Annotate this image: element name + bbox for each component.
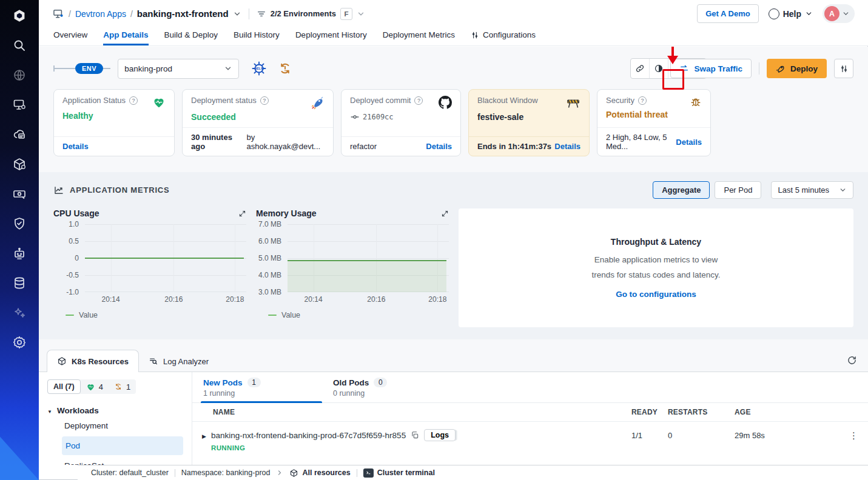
expand-icon[interactable] <box>441 210 449 218</box>
search-icon[interactable] <box>12 38 27 53</box>
copy-icon[interactable] <box>411 431 419 439</box>
legend-dash-icon <box>66 315 74 316</box>
old-pods-tab[interactable]: Old Pods 0 0 running <box>333 378 387 398</box>
tab-app-details[interactable]: App Details <box>103 27 148 45</box>
per-pod-toggle-button[interactable]: Per Pod <box>715 181 761 199</box>
chart-store-icon[interactable] <box>12 157 27 172</box>
security-card: Security Potential threat 2 High, 84 Low… <box>597 89 711 156</box>
tree-item-replicaset[interactable]: ReplicaSet <box>62 456 183 465</box>
blackout-details-link[interactable]: Details <box>554 142 580 151</box>
environment-dropdown[interactable]: banking-prod <box>118 59 239 79</box>
header-divider <box>249 8 249 19</box>
cost-visibility-icon[interactable] <box>12 187 27 201</box>
tab-deployment-metrics[interactable]: Deployment Metrics <box>383 27 455 45</box>
chevron-right-icon <box>276 469 283 476</box>
filter-healthy-pill[interactable]: 4 <box>81 380 109 394</box>
tree-item-deployment[interactable]: Deployment <box>62 416 183 435</box>
pod-table-row[interactable]: banking-nxt-frontend-banking-prod-67c7d5… <box>192 422 868 458</box>
resource-browser-body: All (7) 4 1 Workloads <box>39 372 868 465</box>
pod-name: banking-nxt-frontend-banking-prod-67c7d5… <box>211 431 406 440</box>
footer-divider <box>175 469 175 477</box>
avatar: A <box>824 6 839 21</box>
applications-icon[interactable] <box>12 98 27 112</box>
tab-k8s-resources[interactable]: K8s Resources <box>47 350 139 372</box>
commit-hash[interactable]: 21609cc <box>363 113 394 121</box>
tab-log-analyzer[interactable]: Log Analyzer <box>139 351 218 372</box>
security-shield-icon[interactable] <box>12 216 27 231</box>
cpu-plot-area <box>85 224 246 292</box>
cpu-usage-chart: CPU Usage 1.0 0.5 0 -0.5 -1.0 <box>53 208 246 327</box>
environments-selector[interactable]: 2/2 Environments F <box>257 8 365 20</box>
globe-icon[interactable] <box>12 68 27 82</box>
env-lineage-line <box>103 68 110 69</box>
deploy-button[interactable]: Deploy <box>767 59 827 78</box>
barrier-icon <box>566 96 580 110</box>
expand-icon[interactable] <box>238 210 246 218</box>
devtron-logo[interactable] <box>12 8 27 23</box>
copy-link-button[interactable] <box>631 59 650 78</box>
filter-drift-pill[interactable]: 1 <box>109 380 136 394</box>
cpu-x-axis: 20:14 20:16 20:18 <box>85 295 246 305</box>
tab-deployment-history[interactable]: Deployment History <box>295 27 367 45</box>
tab-build-deploy[interactable]: Build & Deploy <box>164 27 218 45</box>
gear-icon[interactable] <box>12 335 27 350</box>
cloud-resources-icon[interactable] <box>12 127 27 142</box>
range-chevron-icon <box>839 186 847 194</box>
pods-table-header: NAME READY RESTARTS AGE <box>192 403 868 422</box>
logs-button[interactable]: Logs <box>424 429 456 441</box>
commit-details-link[interactable]: Details <box>426 142 452 151</box>
resource-tree-panel: All (7) 4 1 Workloads <box>39 372 192 465</box>
stack-manager-icon[interactable] <box>12 276 27 290</box>
time-range-dropdown[interactable]: Last 5 minutes <box>771 181 853 199</box>
info-icon <box>260 96 269 105</box>
card-title: Application Status <box>62 96 126 105</box>
deployment-rocket-icon <box>310 96 325 110</box>
app-switch-chevron-icon[interactable] <box>233 10 241 18</box>
top-header: / Devtron Apps / banking-nxt-frontend 2/… <box>39 0 868 27</box>
help-menu[interactable]: Help <box>769 8 813 19</box>
tab-configurations[interactable]: Configurations <box>471 27 536 45</box>
breadcrumb-devtron-apps[interactable]: Devtron Apps <box>75 9 126 19</box>
bot-icon[interactable] <box>12 246 27 261</box>
status-cards: Application Status Healthy Details <box>53 89 853 156</box>
cpu-legend: Value <box>66 311 246 319</box>
swap-arrows-icon <box>679 64 689 73</box>
new-pods-tab[interactable]: New Pods 1 1 running <box>203 378 333 398</box>
deployment-time: 30 minutes ago <box>191 133 244 151</box>
environment-bar: ENV banking-prod HELM <box>53 58 853 79</box>
security-details-link[interactable]: Details <box>676 138 702 147</box>
refresh-icon[interactable] <box>847 355 857 365</box>
tree-item-pod[interactable]: Pod <box>62 436 183 455</box>
drift-icon <box>114 382 123 391</box>
left-sidebar <box>0 0 39 480</box>
sparkles-ai-icon[interactable] <box>12 305 27 320</box>
tab-build-history[interactable]: Build History <box>234 27 280 45</box>
main-area: / Devtron Apps / banking-nxt-frontend 2/… <box>39 0 868 480</box>
environments-chevron-icon[interactable] <box>357 10 365 18</box>
get-a-demo-button[interactable]: Get A Demo <box>697 4 758 23</box>
footer-cluster: Cluster: default_cluster <box>91 468 169 477</box>
svg-text:HELM: HELM <box>254 67 264 70</box>
footer-divider <box>357 469 357 477</box>
config-drift-icon[interactable] <box>278 61 292 76</box>
blackout-window-name: festive-sale <box>477 112 580 122</box>
help-label: Help <box>783 9 801 19</box>
tree-group-workloads[interactable]: Workloads <box>47 406 183 415</box>
aggregate-toggle-button[interactable]: Aggregate <box>653 181 710 199</box>
user-menu[interactable]: A <box>823 4 855 23</box>
cluster-terminal-link[interactable]: Cluster terminal <box>363 468 435 478</box>
blackout-window-card: Blackout Window festive-sale Ends in 1h:… <box>468 89 590 156</box>
swap-traffic-button[interactable]: Swap Traffic <box>670 59 752 78</box>
usage-quarter-icon-button[interactable] <box>650 59 668 78</box>
row-expand-caret-icon[interactable] <box>202 431 206 440</box>
app-status-details-link[interactable]: Details <box>62 142 89 151</box>
filter-sliders-button[interactable] <box>834 59 853 78</box>
helm-chart-icon[interactable]: HELM <box>250 59 268 78</box>
pod-status: RUNNING <box>211 444 631 452</box>
go-to-configurations-link[interactable]: Go to configurations <box>616 290 696 299</box>
row-menu-icon[interactable] <box>832 429 858 441</box>
all-resources-link[interactable]: All resources <box>289 468 350 478</box>
tab-overview[interactable]: Overview <box>53 27 87 45</box>
rocket-icon <box>776 64 786 73</box>
filter-all-pill[interactable]: All (7) <box>47 379 81 394</box>
